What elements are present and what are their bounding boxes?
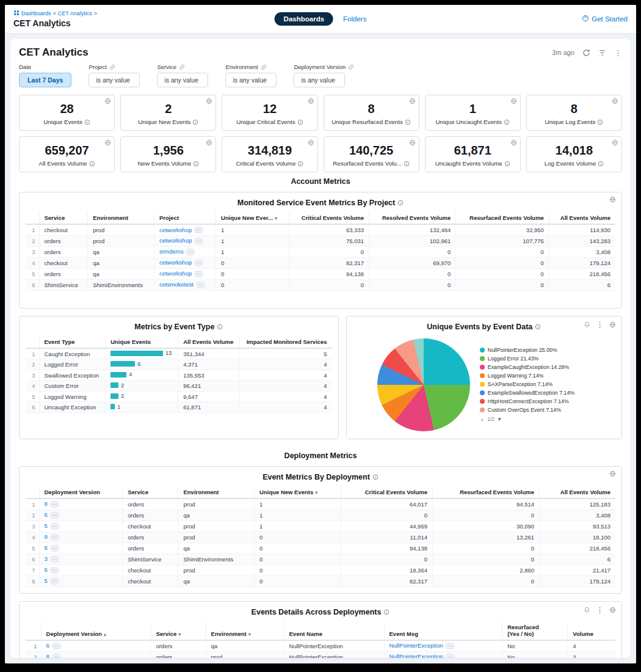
column-header[interactable]: Critical Events Volume bbox=[341, 486, 432, 499]
cell-link[interactable]: NullPointerException bbox=[389, 642, 443, 649]
column-header[interactable]: Event Name bbox=[284, 621, 384, 640]
info-icon[interactable] bbox=[84, 119, 90, 125]
column-header[interactable]: Deployment Version bbox=[39, 486, 123, 499]
cell-link[interactable]: 5 bbox=[45, 522, 48, 529]
info-icon[interactable] bbox=[297, 119, 303, 125]
column-header[interactable]: All Events Volume bbox=[178, 336, 240, 348]
info-icon[interactable] bbox=[504, 119, 510, 125]
column-header[interactable]: Volume bbox=[568, 621, 615, 640]
column-header[interactable]: Service▾ bbox=[151, 621, 206, 640]
column-header[interactable]: Unique Events bbox=[106, 336, 178, 348]
cell-link[interactable]: cetsmoketest bbox=[159, 281, 194, 288]
column-header[interactable]: Impacted Monitored Services bbox=[240, 336, 332, 348]
info-icon[interactable] bbox=[89, 161, 95, 167]
kebab-icon[interactable]: ⋮ bbox=[596, 320, 604, 329]
legend-item[interactable]: HttpHostConnectException 7.14% bbox=[480, 398, 591, 405]
unique-events-bar[interactable] bbox=[110, 361, 135, 367]
kebab-icon[interactable]: ⋮ bbox=[614, 48, 622, 57]
legend-next-icon[interactable]: ▼ bbox=[497, 416, 502, 422]
info-icon[interactable] bbox=[397, 200, 404, 206]
filter-value-dropdown[interactable]: is any value bbox=[157, 73, 208, 87]
breadcrumb-cet-analytics[interactable]: CET Analytics bbox=[58, 10, 92, 16]
drill-menu-badge[interactable]: ⋯ bbox=[50, 501, 59, 508]
cell-link[interactable]: 6 bbox=[45, 511, 48, 518]
globe-icon[interactable] bbox=[609, 470, 616, 477]
column-header[interactable]: Project bbox=[154, 212, 215, 224]
legend-item[interactable]: Logged Warning 7.14% bbox=[480, 373, 591, 379]
unique-events-bar[interactable] bbox=[110, 351, 163, 356]
column-header[interactable]: Event Type bbox=[39, 336, 106, 348]
cell-link[interactable]: NullPointerException bbox=[389, 653, 443, 658]
globe-icon[interactable] bbox=[409, 139, 416, 146]
cell-link[interactable]: srmdemo bbox=[159, 248, 184, 255]
drill-menu-badge[interactable]: ⋯ bbox=[50, 556, 59, 563]
drill-menu-badge[interactable]: ⋯ bbox=[186, 249, 195, 255]
tab-dashboards[interactable]: Dashboards bbox=[275, 12, 333, 26]
info-icon[interactable] bbox=[535, 324, 541, 330]
drill-menu-badge[interactable]: ⋯ bbox=[446, 643, 455, 649]
drill-menu-badge[interactable]: ⋯ bbox=[194, 260, 203, 266]
column-header[interactable]: Environment▾ bbox=[206, 621, 284, 640]
drill-menu-badge[interactable]: ⋯ bbox=[194, 271, 203, 277]
info-icon[interactable] bbox=[405, 119, 411, 125]
cell-link[interactable]: 9 bbox=[45, 533, 48, 540]
unique-events-bar[interactable] bbox=[110, 404, 115, 409]
info-icon[interactable] bbox=[193, 161, 199, 167]
info-icon[interactable] bbox=[598, 161, 604, 167]
pie-chart[interactable] bbox=[377, 338, 470, 431]
legend-item[interactable]: NullPointerException 25.00% bbox=[480, 347, 591, 354]
legend-item[interactable]: Logged Error 21.43% bbox=[480, 356, 591, 362]
cell-link[interactable]: cetworkshop bbox=[159, 227, 192, 233]
kebab-icon[interactable]: ⋮ bbox=[596, 605, 604, 615]
globe-icon[interactable] bbox=[510, 98, 517, 104]
legend-prev-icon[interactable]: ▲ bbox=[480, 416, 485, 422]
get-started-link[interactable]: Get Started bbox=[582, 15, 628, 23]
breadcrumb-dashboards[interactable]: Dashboards bbox=[21, 10, 51, 16]
filter-value-dropdown[interactable]: is any value bbox=[89, 73, 140, 87]
cell-link[interactable]: 6 bbox=[46, 642, 49, 649]
unique-events-bar[interactable] bbox=[110, 382, 118, 388]
drill-menu-badge[interactable]: ⋯ bbox=[52, 654, 61, 658]
cell-link[interactable]: 3 bbox=[45, 555, 48, 562]
info-icon[interactable] bbox=[297, 161, 303, 167]
cell-link[interactable]: 8 bbox=[45, 500, 48, 507]
cell-link[interactable]: 6 bbox=[45, 566, 48, 573]
cell-link[interactable]: cetworkshop bbox=[159, 237, 192, 244]
column-header[interactable]: Resurfaced Events Volume bbox=[432, 486, 539, 499]
column-header[interactable]: All Events Volume bbox=[539, 486, 615, 499]
filter-value-dropdown[interactable]: is any value bbox=[225, 73, 277, 87]
column-header[interactable]: Resurfaced Events Volume bbox=[456, 212, 549, 224]
column-header[interactable]: Unique New Events▾ bbox=[255, 486, 341, 499]
globe-icon[interactable] bbox=[609, 607, 616, 613]
drill-menu-badge[interactable]: ⋯ bbox=[194, 227, 203, 233]
column-header[interactable]: Unique New Ever...▾ bbox=[216, 212, 289, 224]
tab-folders[interactable]: Folders bbox=[343, 15, 366, 23]
filter-value-dropdown[interactable]: is any value bbox=[294, 73, 345, 87]
globe-icon[interactable] bbox=[612, 98, 618, 104]
column-header[interactable]: Service bbox=[123, 486, 178, 499]
legend-item[interactable]: SAXParseException 7.14% bbox=[480, 381, 591, 388]
cell-link[interactable]: 8 bbox=[46, 653, 49, 658]
globe-icon[interactable] bbox=[510, 139, 517, 146]
globe-icon[interactable] bbox=[206, 139, 212, 146]
info-icon[interactable] bbox=[404, 161, 410, 167]
legend-item[interactable]: Custom OverOps Event 7.14% bbox=[480, 407, 591, 414]
info-icon[interactable] bbox=[192, 119, 198, 125]
globe-icon[interactable] bbox=[409, 98, 416, 104]
globe-icon[interactable] bbox=[104, 98, 111, 104]
column-header[interactable]: Environment bbox=[178, 486, 255, 499]
cell-link[interactable]: cetworkshop bbox=[159, 259, 192, 266]
drill-menu-badge[interactable]: ⋯ bbox=[50, 578, 59, 585]
cell-link[interactable]: 5 bbox=[45, 577, 48, 584]
filter-icon[interactable] bbox=[598, 49, 606, 57]
column-header[interactable]: Critical Events Volume bbox=[289, 212, 369, 224]
drill-menu-badge[interactable]: ⋯ bbox=[446, 654, 455, 658]
column-header[interactable]: Resolved Events Volume bbox=[369, 212, 456, 224]
column-header[interactable]: Deployment Version▴ bbox=[41, 621, 151, 640]
bell-icon[interactable] bbox=[584, 321, 590, 328]
info-icon[interactable] bbox=[504, 161, 510, 167]
globe-icon[interactable] bbox=[308, 139, 314, 146]
bell-icon[interactable] bbox=[584, 607, 590, 613]
info-icon[interactable] bbox=[372, 474, 378, 480]
cell-link[interactable]: cetworkshop bbox=[159, 270, 192, 277]
